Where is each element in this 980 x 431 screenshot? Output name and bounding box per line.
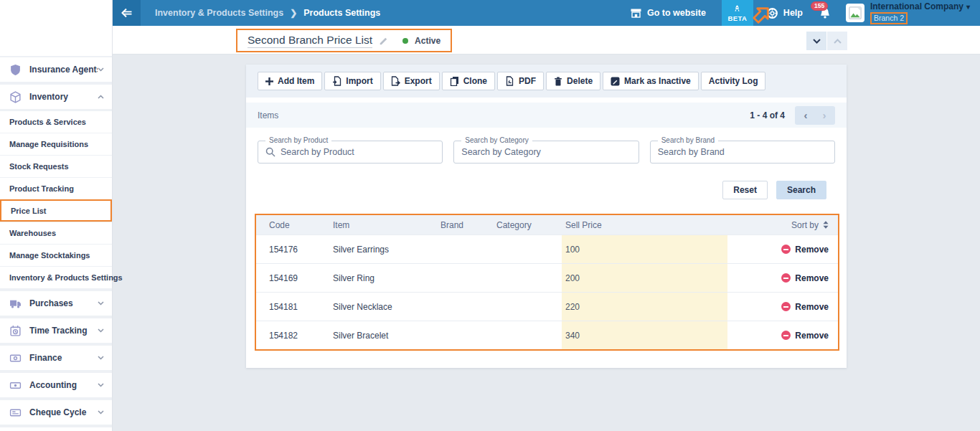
trash-icon [554, 77, 562, 86]
row-sell-price[interactable]: 340 [562, 321, 727, 349]
sidebar-item-stock-requests[interactable]: Stock Requests [0, 155, 112, 177]
remove-button[interactable]: Remove [781, 273, 829, 283]
sort-by-control[interactable]: Sort by [791, 220, 829, 230]
items-panel-header: Items 1 - 4 of 4 ‹ › [246, 103, 847, 128]
edit-pencil-icon[interactable] [379, 36, 389, 46]
table-row: 154176 Silver Earrings 100 Remove [256, 235, 838, 263]
beta-label: BETA [727, 14, 747, 22]
sidebar-item-price-list[interactable]: Price List [0, 199, 112, 222]
column-sell-price[interactable]: Sell Price [562, 215, 727, 235]
sidebar-item-inventory-products-settings[interactable]: Inventory & Products Settings [0, 266, 112, 288]
chevron-down-button[interactable] [806, 32, 826, 50]
beta-tab[interactable]: BETA [722, 0, 753, 26]
sidebar-item-label: Cheque Cycle [29, 407, 98, 417]
prev-page-button[interactable]: ‹ [796, 107, 815, 124]
status-badge: Active [415, 36, 440, 46]
cash-icon [9, 379, 22, 392]
chevron-up-button[interactable] [827, 32, 847, 50]
page-title-box: Second Branch Price List Active [236, 29, 452, 52]
row-item: Silver Bracelet [333, 331, 440, 341]
page-title: Second Branch Price List [248, 34, 372, 48]
row-sell-price[interactable]: 200 [562, 264, 727, 292]
clone-button[interactable]: Clone [442, 72, 495, 90]
pagination: 1 - 4 of 4 ‹ › [750, 106, 835, 125]
add-item-button[interactable]: Add Item [258, 72, 322, 90]
search-brand-input[interactable] [658, 147, 827, 157]
storefront-icon [630, 8, 642, 19]
company-menu[interactable]: International Company▾ Branch 2 [870, 1, 980, 24]
sidebar-item-time-tracking[interactable]: Time Tracking [0, 318, 112, 343]
company-name: International Company▾ [870, 1, 970, 11]
sidebar-item-label: Insurance Agents [29, 65, 98, 75]
row-code: 154169 [256, 273, 333, 283]
sidebar-item-product-tracking[interactable]: Product Tracking [0, 177, 112, 199]
sidebar-item-insurance-agents[interactable]: Insurance Agents [0, 57, 112, 82]
pager: ‹ › [795, 106, 835, 125]
search-product-field: Search by Product [258, 141, 443, 164]
sidebar-item-accounting[interactable]: Accounting [0, 373, 112, 397]
sidebar-item-products-services[interactable]: Products & Services [0, 110, 112, 133]
sidebar: Insurance Agents Inventory Products & Se… [0, 0, 113, 431]
remove-button[interactable]: Remove [781, 245, 829, 255]
remove-minus-icon [781, 245, 791, 254]
reset-button[interactable]: Reset [722, 181, 768, 199]
chevron-down-icon [98, 301, 105, 306]
breadcrumb-parent[interactable]: Inventory & Products Settings [155, 8, 283, 18]
column-brand[interactable]: Brand [440, 220, 496, 230]
rocket-icon [732, 4, 742, 14]
help-label: Help [783, 8, 803, 18]
row-sell-price[interactable]: 100 [562, 235, 727, 263]
table-header-row: Code Item Brand Category Sell Price Sort… [256, 215, 838, 235]
items-table: Code Item Brand Category Sell Price Sort… [255, 214, 839, 351]
activity-log-button[interactable]: Activity Log [701, 72, 766, 90]
mark-as-inactive-button[interactable]: Mark as Inactive [603, 72, 699, 90]
breadcrumb-current: Products Settings [303, 8, 380, 18]
clone-icon [450, 76, 459, 86]
search-product-input[interactable] [281, 147, 435, 157]
go-to-website-link[interactable]: Go to website [630, 8, 706, 19]
next-page-button[interactable]: › [815, 107, 834, 124]
sidebar-item-inventory[interactable]: Inventory [0, 85, 112, 109]
company-avatar[interactable] [846, 4, 864, 22]
row-code: 154182 [256, 331, 333, 341]
cheque-icon [9, 407, 22, 419]
search-category-input[interactable] [461, 147, 631, 157]
row-sell-price[interactable]: 220 [562, 293, 727, 321]
search-category-field: Search by Category [453, 141, 639, 164]
sidebar-item-cheque-cycle[interactable]: Cheque Cycle [0, 400, 112, 425]
delete-button[interactable]: Delete [546, 72, 600, 90]
status-dot-icon [402, 38, 408, 44]
remove-button[interactable]: Remove [781, 302, 829, 312]
export-button[interactable]: Export [383, 72, 440, 90]
breadcrumb: Inventory & Products Settings ❯ Products… [155, 8, 380, 18]
pdf-button[interactable]: PDF [497, 72, 544, 90]
back-button[interactable] [113, 0, 141, 26]
import-file-icon [332, 76, 341, 86]
row-code: 154176 [256, 245, 333, 255]
sidebar-item-label: Finance [29, 353, 98, 363]
remove-button[interactable]: Remove [781, 331, 829, 341]
sidebar-item-warehouses[interactable]: Warehouses [0, 222, 112, 244]
edit-square-icon [611, 77, 620, 86]
back-arrow-icon [120, 8, 134, 18]
search-button[interactable]: Search [776, 181, 826, 199]
sidebar-item-manage-stocktakings[interactable]: Manage Stocktakings [0, 244, 112, 266]
column-item[interactable]: Item [333, 220, 440, 230]
row-item: Silver Necklace [333, 302, 440, 312]
search-icon [265, 147, 275, 157]
notifications-button[interactable]: 155 [819, 7, 831, 19]
import-button[interactable]: Import [324, 72, 380, 90]
remove-minus-icon [781, 273, 791, 283]
notification-count-badge: 155 [811, 1, 828, 11]
sidebar-item-requests[interactable]: Requests [0, 427, 112, 431]
sidebar-item-manage-requisitions[interactable]: Manage Requisitions [0, 133, 112, 155]
column-category[interactable]: Category [496, 220, 562, 230]
calendar-clock-icon [9, 325, 22, 337]
sidebar-item-purchases[interactable]: Purchases [0, 291, 112, 316]
search-brand-field: Search by Brand [650, 141, 835, 164]
table-row: 154182 Silver Bracelet 340 Remove [256, 321, 838, 349]
sidebar-item-label: Accounting [29, 380, 98, 390]
sidebar-item-finance[interactable]: Finance [0, 346, 112, 370]
column-code[interactable]: Code [256, 220, 333, 230]
chevron-down-icon [98, 383, 105, 387]
